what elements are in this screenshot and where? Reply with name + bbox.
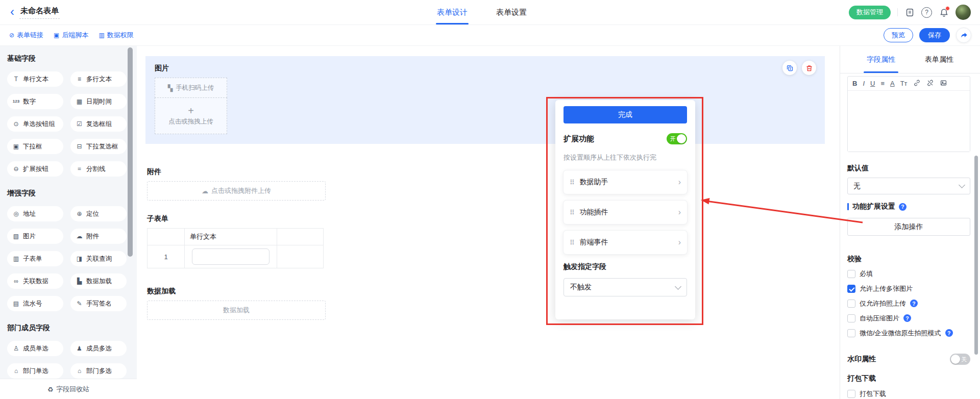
form-link-button[interactable]: ⊘ 表单链接 [9, 31, 43, 40]
notification-dot [945, 6, 950, 11]
sidebar-field-item[interactable]: =分割线 [70, 161, 127, 177]
bold-icon[interactable]: B [852, 80, 857, 87]
help-circle-icon[interactable]: ? [910, 300, 918, 307]
script-icon: ▣ [54, 32, 59, 39]
package-download-heading: 打包下载 [847, 374, 970, 383]
extension-card[interactable]: ⠿ 数据助手 › [564, 170, 687, 194]
help-circle-icon[interactable]: ? [903, 314, 911, 322]
backend-script-button[interactable]: ▣ 后端脚本 [54, 31, 88, 40]
sidebar-field-item[interactable]: ♙成员单选 [7, 341, 63, 356]
required-checkbox[interactable] [847, 270, 855, 278]
sidebar-field-item[interactable]: ⊖扩展按钮 [7, 161, 63, 177]
sidebar-field-item[interactable]: ▙数据加载 [70, 273, 127, 289]
add-action-button[interactable]: 添加操作 [847, 218, 970, 236]
watermark-toggle[interactable]: 关 [950, 354, 970, 365]
tab-form-properties[interactable]: 表单属性 [925, 46, 953, 73]
copy-field-button[interactable] [782, 61, 797, 75]
share-button[interactable] [956, 28, 971, 43]
wechat-native-camera-checkbox[interactable] [847, 329, 855, 337]
preview-button[interactable]: 预览 [884, 28, 913, 42]
tab-field-properties[interactable]: 字段属性 [867, 46, 895, 73]
extension-toggle[interactable]: 开 [667, 133, 687, 144]
subform-field[interactable]: 子表单 单行文本 1 [147, 214, 324, 268]
trigger-field-label: 触发指定字段 [564, 262, 687, 271]
font-color-icon[interactable]: A [890, 80, 895, 87]
help-circle-icon[interactable]: ? [899, 203, 906, 211]
image-field-selected[interactable]: 图片 ▚ 手机扫码上传 + 点击或拖拽上传 [145, 56, 825, 144]
trigger-field-select[interactable]: 不触发 [564, 278, 687, 296]
attachment-upload-dropzone[interactable]: ☁ 点击或拖拽附件上传 [147, 181, 326, 201]
allow-multiple-images-checkbox[interactable] [847, 285, 855, 293]
italic-icon[interactable]: I [863, 80, 865, 87]
package-download-checkbox[interactable] [847, 390, 855, 398]
help-icon[interactable]: ? [921, 7, 932, 18]
drag-handle-icon[interactable]: ⠿ [570, 179, 575, 186]
drag-handle-icon[interactable]: ⠿ [570, 239, 575, 246]
address-book-icon[interactable] [904, 7, 915, 17]
extension-settings-popover: 完成 扩展功能 开 按设置顺序从上往下依次执行完 ⠿ 数据助手 › ⠿ 功能插件… [555, 100, 695, 319]
data-load-field[interactable]: 数据加载 数据加载 [147, 287, 326, 320]
description-input[interactable] [848, 91, 970, 152]
sidebar-field-item[interactable]: ≡多行文本 [70, 71, 127, 87]
insert-image-icon[interactable] [940, 79, 947, 88]
sidebar-field-item[interactable]: ⊟下拉复选框 [70, 139, 127, 154]
sidebar-field-item[interactable]: ♟成员多选 [70, 341, 127, 356]
sidebar-field-item[interactable]: ◨关联查询 [70, 251, 127, 266]
form-title[interactable]: 未命名表单 [19, 6, 60, 19]
notification-bell-icon[interactable] [939, 7, 949, 17]
sidebar-field-item[interactable]: ☁附件 [70, 229, 127, 244]
sidebar-field-item[interactable]: 123数字 [7, 94, 63, 109]
sidebar-scrollbar[interactable] [128, 47, 133, 257]
auto-compress-checkbox[interactable] [847, 314, 855, 322]
data-manage-button[interactable]: 数据管理 [849, 6, 891, 19]
insert-link-icon[interactable] [913, 79, 921, 88]
sidebar-field-item[interactable]: ◎地址 [7, 206, 63, 221]
sidebar-field-item[interactable]: ▤流水号 [7, 296, 63, 311]
checkbox-row: 微信/企业微信原生拍照模式 ? [847, 329, 970, 337]
sidebar-field-item[interactable]: T单行文本 [7, 71, 63, 87]
copy-icon [786, 64, 794, 72]
sidebar-field-item[interactable]: ▦日期时间 [70, 94, 127, 109]
done-button[interactable]: 完成 [564, 106, 687, 123]
delete-field-button[interactable] [802, 61, 816, 75]
back-icon[interactable]: ‹ [0, 6, 19, 19]
subform-text-input[interactable] [192, 248, 270, 265]
sidebar-field-item[interactable]: ▧图片 [7, 229, 63, 244]
sidebar-field-item[interactable]: ⊕定位 [70, 206, 127, 221]
data-load-placeholder-box[interactable]: 数据加载 [147, 301, 326, 320]
save-button[interactable]: 保存 [919, 28, 950, 42]
help-circle-icon[interactable]: ? [945, 329, 953, 337]
tab-form-design[interactable]: 表单设计 [435, 0, 470, 24]
align-icon[interactable]: ≡ [880, 80, 885, 87]
avatar[interactable] [955, 5, 971, 20]
sidebar-field-item[interactable]: ⌂部门多选 [70, 363, 127, 379]
form-link-label: 表单链接 [17, 31, 43, 40]
qr-scan-upload-box[interactable]: ▚ 手机扫码上传 [155, 78, 227, 98]
underline-icon[interactable]: U [870, 80, 875, 87]
backend-script-label: 后端脚本 [62, 31, 88, 40]
sidebar-field-item[interactable]: ⌂部门单选 [7, 363, 63, 379]
sidebar-field-item[interactable]: ▣下拉框 [7, 139, 63, 154]
data-permission-button[interactable]: ▥ 数据权限 [99, 31, 133, 40]
checkbox-label: 微信/企业微信原生拍照模式 [860, 329, 941, 338]
extension-card[interactable]: ⠿ 功能插件 › [564, 201, 687, 224]
field-label: 数字 [23, 97, 36, 106]
drag-handle-icon[interactable]: ⠿ [570, 209, 575, 216]
font-size-icon[interactable]: Tᴛ [900, 80, 908, 87]
image-field-label: 图片 [155, 64, 816, 73]
remove-link-icon[interactable] [926, 79, 934, 88]
field-label: 单行文本 [23, 75, 48, 84]
default-value-select[interactable]: 无 [847, 178, 970, 194]
sidebar-field-item[interactable]: ✎手写签名 [70, 296, 127, 311]
sidebar-field-item[interactable]: ∞关联数据 [7, 273, 63, 289]
properties-scrollbar[interactable] [974, 156, 978, 355]
sidebar-field-item[interactable]: ⊙单选按钮组 [7, 116, 63, 132]
sidebar-field-item[interactable]: ☑复选框组 [70, 116, 127, 132]
extension-card[interactable]: ⠿ 前端事件 › [564, 231, 687, 254]
sidebar-field-item[interactable]: ▥子表单 [7, 251, 63, 266]
field-recycle-bin[interactable]: ♻ 字段回收站 [0, 379, 137, 399]
image-upload-dropzone[interactable]: + 点击或拖拽上传 [155, 97, 227, 134]
attachment-field[interactable]: 附件 ☁ 点击或拖拽附件上传 [147, 167, 326, 201]
tab-form-settings[interactable]: 表单设置 [494, 0, 529, 24]
camera-only-checkbox[interactable] [847, 300, 855, 308]
